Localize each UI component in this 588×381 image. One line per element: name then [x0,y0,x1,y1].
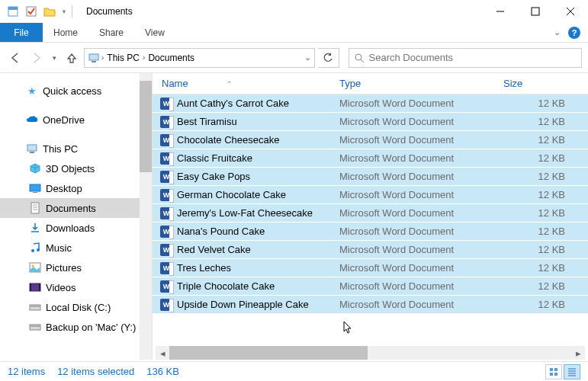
svg-rect-8 [92,61,96,62]
column-type[interactable]: Type [339,78,503,89]
pc-icon [26,142,38,155]
file-name: Nana's Pound Cake [177,226,265,237]
svg-rect-25 [30,283,31,291]
file-size: 12 KB [503,134,588,146]
back-button[interactable] [6,46,24,70]
svg-point-9 [355,54,361,60]
word-document-icon: W [160,134,172,146]
maximize-button[interactable] [518,0,553,23]
minimize-button[interactable] [483,0,518,23]
horizontal-scrollbar[interactable]: ◂ ▸ [156,346,585,360]
file-rows: WAunt Cathy's Carrot CakeMicrosoft Word … [153,94,588,341]
svg-point-21 [37,248,40,251]
expand-ribbon-icon[interactable]: ⌄ [554,27,561,37]
file-name: Classic Fruitcake [177,152,252,164]
file-size: 12 KB [503,299,588,310]
word-document-icon: W [160,262,172,274]
view-details-button[interactable] [564,364,580,379]
file-row[interactable]: WChocolate CheesecakeMicrosoft Word Docu… [153,131,588,149]
svg-line-10 [361,59,364,62]
close-button[interactable] [553,0,588,23]
column-size[interactable]: Size [503,78,588,89]
scrollbar-thumb[interactable] [140,81,152,172]
scroll-left-icon[interactable]: ◂ [156,346,169,360]
forward-button[interactable] [27,46,46,70]
help-icon[interactable]: ? [568,27,580,39]
svg-rect-12 [30,152,34,153]
sort-asc-icon: ⌃ [227,80,233,88]
qat-dropdown-icon[interactable]: ▼ [59,3,69,20]
tab-share[interactable]: Share [88,23,134,42]
recent-dropdown-icon[interactable]: ▾ [49,46,59,70]
tree-item-3d-objects[interactable]: 3D Objects [0,158,152,178]
folder-icon [29,222,41,234]
folder-icon [29,281,41,293]
word-document-icon: W [160,226,172,238]
qat-properties-icon[interactable] [5,3,21,20]
file-row[interactable]: WEasy Cake PopsMicrosoft Word Document12… [153,168,588,186]
file-type: Microsoft Word Document [339,262,503,274]
folder-icon [29,301,41,313]
file-row[interactable]: WTriple Chocolate CakeMicrosoft Word Doc… [153,277,588,296]
navigation-pane: ★ Quick access OneDrive This PC 3D Objec… [0,73,153,360]
tree-quick-access[interactable]: ★ Quick access [0,81,152,101]
separator [72,5,72,18]
tree-item-documents[interactable]: Documents [0,198,152,218]
up-button[interactable] [63,46,81,70]
tab-home[interactable]: Home [43,23,88,42]
tree-item-desktop[interactable]: Desktop [0,178,152,198]
tree-item-local-disk-c-[interactable]: Local Disk (C:) [0,297,152,317]
file-name: German Chocolate Cake [177,189,286,200]
file-row[interactable]: WClassic FruitcakeMicrosoft Word Documen… [153,149,588,168]
scrollbar-thumb[interactable] [169,346,368,360]
address-dropdown-icon[interactable]: ⌄ [304,53,311,62]
word-document-icon: W [160,152,172,165]
file-name: Jeremy's Low-Fat Cheesecake [177,207,313,219]
qat-folder-icon[interactable] [41,3,58,20]
file-row[interactable]: WUpside Down Pineapple CakeMicrosoft Wor… [153,296,588,314]
tab-view[interactable]: View [134,23,175,42]
file-row[interactable]: WJeremy's Low-Fat CheesecakeMicrosoft Wo… [153,204,588,223]
search-input[interactable]: Search Documents [349,48,583,68]
tree-label: Documents [46,203,96,214]
file-tab[interactable]: File [0,23,43,42]
qat-checkbox-icon[interactable] [23,3,40,20]
cloud-icon [26,114,38,126]
tree-label: Pictures [46,262,82,274]
tree-label: Downloads [46,223,95,234]
tree-item-videos[interactable]: Videos [0,277,152,297]
address-bar[interactable]: › This PC › Documents ⌄ [84,48,315,68]
file-row[interactable]: WBest TiramisuMicrosoft Word Document12 … [153,113,588,131]
folder-icon [29,182,41,194]
file-row[interactable]: WTres LechesMicrosoft Word Document12 KB [153,259,588,277]
file-row[interactable]: WRed Velvet CakeMicrosoft Word Document1… [153,241,588,259]
column-name[interactable]: Name⌃ [153,78,339,89]
column-headers: Name⌃ Type Size [153,73,588,94]
file-type: Microsoft Word Document [339,116,503,127]
file-row[interactable]: WNana's Pound CakeMicrosoft Word Documen… [153,223,588,241]
tree-this-pc[interactable]: This PC [0,139,152,158]
star-icon: ★ [26,85,38,97]
file-name: Easy Cake Pops [177,171,250,182]
file-row[interactable]: WAunt Cathy's Carrot CakeMicrosoft Word … [153,94,588,113]
chevron-right-icon[interactable]: › [143,53,145,62]
breadcrumb-current[interactable]: Documents [146,53,196,63]
tree-item-music[interactable]: Music [0,238,152,258]
sidebar-scrollbar[interactable] [140,73,152,360]
scroll-right-icon[interactable]: ▸ [571,346,585,360]
svg-rect-33 [550,373,553,376]
tree-item-downloads[interactable]: Downloads [0,218,152,238]
word-document-icon: W [160,116,172,128]
view-large-icons-button[interactable] [545,364,562,379]
tree-onedrive[interactable]: OneDrive [0,110,152,130]
file-row[interactable]: WGerman Chocolate CakeMicrosoft Word Doc… [153,186,588,204]
file-size: 12 KB [503,152,588,164]
word-document-icon: W [160,244,172,256]
file-type: Microsoft Word Document [339,189,503,200]
tree-item-pictures[interactable]: Pictures [0,258,152,277]
refresh-button[interactable] [318,48,339,68]
tree-item-backup-on-mac-y-[interactable]: Backup on 'Mac' (Y:) [0,317,152,337]
breadcrumb-root[interactable]: This PC [105,53,141,63]
chevron-right-icon[interactable]: › [101,53,104,62]
file-name: Aunt Cathy's Carrot Cake [177,98,289,109]
